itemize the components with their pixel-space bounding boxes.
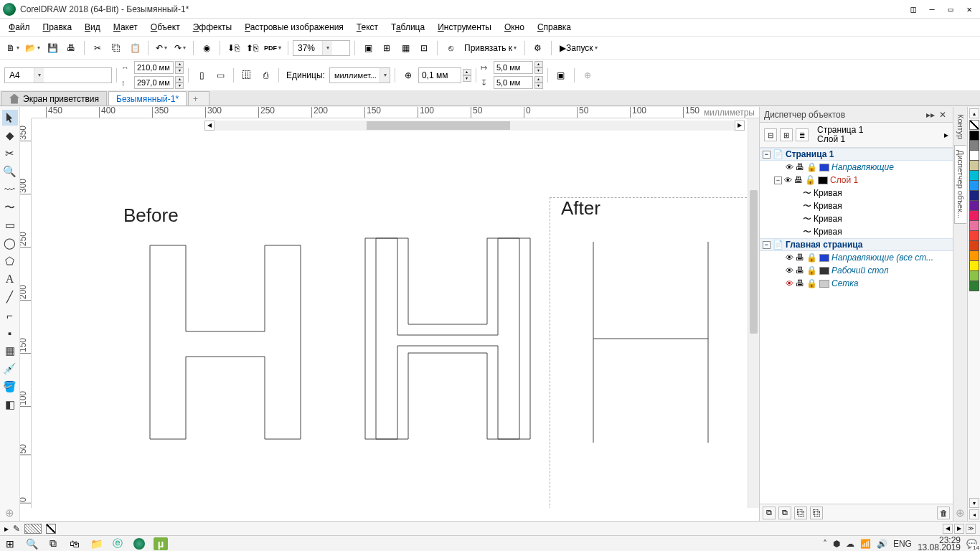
scroll-end-button[interactable]: ≫	[966, 524, 976, 534]
notifications-icon[interactable]: 💬14	[966, 539, 977, 549]
color-swatch[interactable]	[969, 281, 979, 291]
fill-swatch[interactable]	[24, 524, 42, 534]
tray-chevron-icon[interactable]: ˄	[823, 539, 827, 549]
new-master-layer-button[interactable]: ⧉	[778, 507, 791, 519]
snap-off-button[interactable]: ⎋	[442, 39, 459, 57]
new-master-layer-odd-button[interactable]: ⿻	[810, 507, 823, 519]
tree-curve-2[interactable]: 〜Кривая	[760, 199, 953, 212]
object-tree[interactable]: −📄Страница 1 👁🖶🔒Направляющие −👁🖶🔓Слой 1 …	[760, 148, 953, 504]
document-tab[interactable]: Безымянный-1*	[108, 91, 187, 105]
color-swatch[interactable]	[969, 271, 979, 281]
show-grid-button[interactable]: ▦	[397, 39, 414, 57]
store-icon[interactable]: 🛍	[67, 537, 82, 550]
delete-layer-button[interactable]: 🗑	[937, 507, 950, 519]
quick-customize-button[interactable]: ⊕	[2, 505, 18, 521]
launch-button[interactable]: ▶ Запуск	[556, 39, 601, 57]
canvas[interactable]: Before After	[32, 118, 759, 508]
new-doc-button[interactable]: 🗎	[4, 39, 22, 57]
import-button[interactable]: ⬇⎘	[225, 39, 242, 57]
color-swatch[interactable]	[969, 191, 979, 201]
menu-window[interactable]: Окно	[500, 20, 532, 34]
pick-tool[interactable]	[2, 110, 18, 126]
docker-close-button[interactable]: ✕	[937, 110, 948, 120]
outline-pen-icon[interactable]: ▸	[4, 524, 9, 534]
scroll-left-button[interactable]: ◀	[943, 524, 953, 534]
palette-expand-button[interactable]: ◂	[969, 509, 979, 519]
signin-icon[interactable]: ◫	[905, 1, 921, 17]
tree-layer1[interactable]: −👁🖶🔓Слой 1	[760, 174, 953, 187]
tree-curve-1[interactable]: 〜Кривая	[760, 187, 953, 199]
menu-file[interactable]: Файл	[4, 20, 37, 34]
rectangle-tool[interactable]: ▭	[2, 217, 18, 233]
onedrive-icon[interactable]: ☁	[846, 539, 854, 549]
color-swatch[interactable]	[969, 181, 979, 191]
horizontal-scrollbar[interactable]: ◀▶	[204, 121, 745, 131]
edge-icon[interactable]: ⓔ	[110, 537, 125, 550]
menu-text[interactable]: Текст	[352, 20, 385, 34]
search-button[interactable]: 🔍	[24, 537, 39, 550]
color-swatch[interactable]	[969, 221, 979, 231]
show-guides-button[interactable]: ⊡	[415, 39, 433, 57]
zoom-combo[interactable]: 37% ▾	[293, 40, 350, 56]
coreldraw-taskbar-icon[interactable]	[132, 537, 146, 550]
welcome-tab[interactable]: Экран приветствия	[1, 91, 107, 105]
menu-bitmaps[interactable]: Растровые изображения	[240, 20, 351, 34]
utorrent-icon[interactable]: μ	[154, 537, 168, 550]
options-button[interactable]: ⚙	[529, 39, 547, 57]
palette-down-button[interactable]: ▾	[969, 498, 979, 508]
task-view-button[interactable]: ⧉	[46, 537, 60, 550]
tree-grid[interactable]: 👁🖶🔒Сетка	[760, 277, 953, 290]
search-content-button[interactable]: ◉	[198, 39, 215, 57]
color-swatch[interactable]	[969, 161, 979, 171]
fullscreen-preview-button[interactable]: ▣	[359, 39, 377, 57]
color-swatch[interactable]	[969, 201, 979, 211]
page-preset-combo[interactable]: A4 ▾	[4, 67, 112, 83]
dup-y-input[interactable]	[494, 76, 533, 89]
menu-tools[interactable]: Инструменты	[433, 20, 499, 34]
shape-tool[interactable]: ◆	[2, 128, 18, 143]
no-fill-icon[interactable]	[46, 524, 56, 534]
outline-docker-tab[interactable]: Контур	[955, 110, 966, 143]
new-master-layer-all-button[interactable]: ⿻	[794, 507, 807, 519]
color-swatch[interactable]	[969, 151, 979, 161]
add-docker-button[interactable]: ⊕	[953, 505, 969, 521]
all-pages-button[interactable]: ⿲	[238, 67, 255, 84]
wifi-icon[interactable]: 📶	[860, 539, 871, 549]
freehand-tool[interactable]: 〰	[2, 182, 18, 197]
zoom-tool[interactable]: 🔍	[2, 164, 18, 179]
tree-desktop[interactable]: 👁🖶🔒Рабочий стол	[760, 264, 953, 277]
export-button[interactable]: ⬆⎘	[243, 39, 260, 57]
object-manager-docker-tab[interactable]: Диспетчер объек...	[954, 145, 966, 224]
menu-edit[interactable]: Правка	[39, 20, 80, 34]
scroll-right-button[interactable]: ▶	[954, 524, 964, 534]
treat-as-filled-button[interactable]: ▣	[552, 67, 570, 84]
color-swatch[interactable]	[969, 211, 979, 221]
tree-curve-4[interactable]: 〜Кривая	[760, 225, 953, 238]
page-width-input[interactable]	[134, 61, 174, 74]
smart-fill-tool[interactable]: ◧	[2, 397, 18, 413]
landscape-button[interactable]: ▭	[212, 67, 229, 84]
menu-layout[interactable]: Макет	[109, 20, 145, 34]
transparency-tool[interactable]: ▦	[2, 343, 18, 359]
tree-master-header[interactable]: −📄Главная страница	[760, 238, 953, 251]
open-doc-button[interactable]: 📂	[23, 39, 42, 57]
portrait-button[interactable]: ▯	[193, 67, 210, 84]
docker-menu-button[interactable]: ▸	[944, 130, 948, 140]
close-button[interactable]: ✕	[961, 1, 977, 17]
current-page-button[interactable]: ⎙	[257, 67, 274, 84]
undo-button[interactable]: ↶	[153, 39, 170, 57]
ruler-vertical[interactable]: 350300250200150100500	[20, 118, 32, 508]
redo-button[interactable]: ↷	[171, 39, 189, 57]
new-layer-button[interactable]: ⧉	[763, 507, 776, 519]
maximize-button[interactable]: ▭	[943, 1, 958, 17]
explorer-icon[interactable]: 📁	[89, 537, 103, 550]
color-swatch[interactable]	[969, 141, 979, 151]
artistic-media-tool[interactable]: 〜	[2, 199, 18, 215]
clock[interactable]: 23:2913.08.2019	[918, 537, 961, 551]
units-combo[interactable]: миллимет... ▾	[329, 67, 390, 83]
nudge-input[interactable]	[418, 67, 461, 83]
show-obj-props-button[interactable]: ⊟	[764, 128, 777, 141]
dropbox-icon[interactable]: ⬢	[833, 539, 840, 549]
vertical-scrollbar[interactable]	[748, 118, 759, 508]
print-button[interactable]: 🖶	[62, 39, 80, 57]
